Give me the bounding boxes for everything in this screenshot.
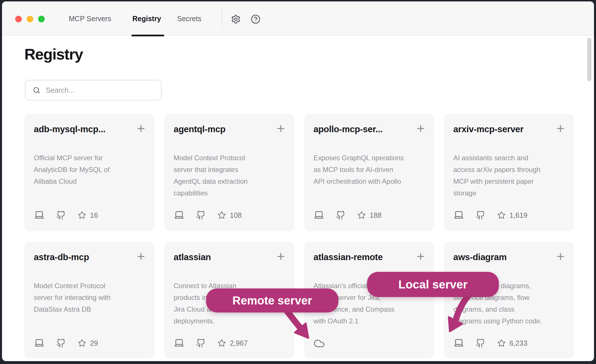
star-count: 29: [90, 339, 98, 347]
github-icon[interactable]: [185, 210, 206, 220]
laptop-icon: [174, 210, 185, 221]
card-description: Model Context Protocol server for intera…: [34, 280, 145, 315]
laptop-icon: [34, 338, 45, 349]
tab-mcp-servers[interactable]: MCP Servers: [69, 15, 111, 23]
card-apollo-mcp-server[interactable]: apollo-mcp-ser... + Exposes GraphQL oper…: [304, 114, 434, 231]
star-count: 6,233: [509, 339, 528, 347]
search-icon: [33, 86, 40, 94]
card-astra-db-mcp[interactable]: astra-db-mcp + Model Context Protocol se…: [24, 242, 154, 359]
star-icon: [485, 211, 506, 219]
remote-server-callout: Remote server: [206, 288, 338, 312]
cloud-icon: [313, 338, 325, 349]
star-icon: [206, 339, 226, 347]
add-server-button[interactable]: +: [277, 124, 285, 133]
search-box[interactable]: [25, 80, 162, 100]
card-title: arxiv-mcp-server: [453, 124, 524, 134]
github-icon[interactable]: [464, 210, 485, 220]
star-count: 1,619: [509, 211, 528, 219]
local-server-callout: Local server: [367, 272, 499, 297]
add-server-button[interactable]: +: [417, 124, 425, 133]
card-footer: 1,619: [453, 210, 528, 221]
laptop-icon: [453, 210, 464, 221]
add-server-button[interactable]: +: [137, 124, 145, 133]
card-footer: 2,967: [174, 338, 248, 349]
card-aws-diagram[interactable]: aws-diagram + Generate AWS diagrams, seq…: [444, 242, 574, 359]
laptop-icon: [34, 210, 45, 221]
star-icon: [206, 211, 226, 219]
card-arxiv-mcp-server[interactable]: arxiv-mcp-server + AI assistants search …: [444, 114, 574, 231]
card-title: adb-mysql-mcp...: [34, 124, 105, 134]
laptop-icon: [174, 338, 185, 349]
card-title: atlassian: [174, 252, 211, 262]
star-count: 16: [90, 211, 98, 219]
card-title: agentql-mcp: [174, 124, 226, 134]
card-footer: 16: [34, 210, 98, 221]
card-description: Exposes GraphQL operations as MCP tools …: [313, 152, 425, 187]
star-icon: [346, 211, 366, 219]
gear-icon[interactable]: [231, 14, 241, 24]
help-icon[interactable]: [251, 14, 260, 24]
tab-secrets[interactable]: Secrets: [177, 15, 201, 23]
card-title: apollo-mcp-ser...: [313, 124, 383, 134]
star-count: 2,967: [230, 339, 248, 347]
card-footer: [313, 338, 325, 349]
github-icon[interactable]: [324, 210, 346, 220]
zoom-window-button[interactable]: [38, 16, 45, 22]
star-icon: [66, 339, 86, 347]
card-description: AI assistants search and access arXiv pa…: [453, 152, 564, 199]
add-server-button[interactable]: +: [137, 252, 145, 261]
add-server-button[interactable]: +: [277, 252, 285, 261]
github-icon[interactable]: [45, 338, 66, 348]
card-footer: 108: [174, 210, 242, 221]
card-title: atlassian-remote: [313, 252, 383, 262]
star-count: 188: [370, 211, 382, 219]
search-input[interactable]: [45, 86, 155, 95]
active-tab-underline: [132, 35, 164, 36]
minimize-window-button[interactable]: [27, 16, 33, 22]
github-icon[interactable]: [185, 338, 206, 348]
card-agentql-mcp[interactable]: agentql-mcp + Model Context Protocol ser…: [164, 114, 294, 231]
card-description: Official MCP server for AnalyticDB for M…: [34, 152, 145, 187]
tab-registry[interactable]: Registry: [132, 15, 161, 23]
add-server-button[interactable]: +: [556, 252, 564, 261]
laptop-icon: [313, 210, 324, 221]
card-footer: 29: [34, 338, 98, 349]
star-icon: [66, 211, 86, 219]
card-description: Model Context Protocol server that integ…: [174, 152, 285, 199]
titlebar: MCP Servers Registry Secrets: [2, 1, 594, 35]
star-count: 108: [230, 211, 242, 219]
close-window-button[interactable]: [15, 16, 22, 22]
github-icon[interactable]: [45, 210, 66, 220]
add-server-button[interactable]: +: [556, 124, 564, 133]
add-server-button[interactable]: +: [417, 252, 425, 261]
card-title: astra-db-mcp: [34, 252, 89, 262]
laptop-icon: [453, 338, 464, 349]
card-adb-mysql-mcp[interactable]: adb-mysql-mcp... + Official MCP server f…: [24, 114, 154, 231]
card-footer: 188: [313, 210, 382, 221]
github-icon[interactable]: [464, 338, 485, 348]
card-footer: 6,233: [453, 338, 528, 349]
card-title: aws-diagram: [453, 252, 507, 262]
vertical-scrollbar[interactable]: [587, 38, 591, 81]
star-icon: [485, 339, 506, 347]
page-title: Registry: [24, 45, 83, 63]
header-divider: [222, 9, 222, 29]
screenshot-stage: MCP Servers Registry Secrets Registry ad…: [0, 0, 596, 364]
